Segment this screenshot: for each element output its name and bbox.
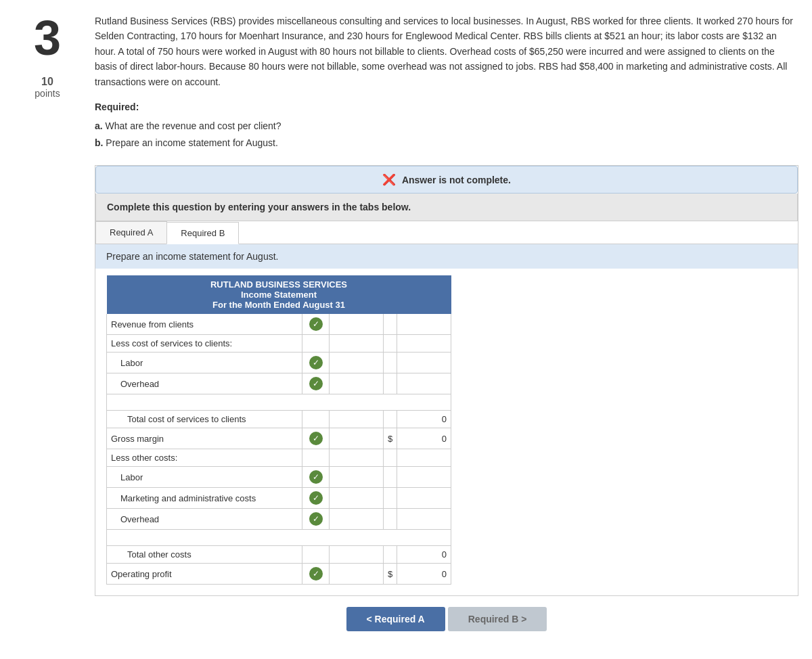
row-check-7 [302, 449, 330, 467]
points-value: 10 [41, 76, 53, 88]
row-dollar-9 [383, 488, 397, 509]
row-mid-12 [330, 546, 384, 564]
required-label: Required: [95, 101, 798, 112]
check-icon-2: ✓ [309, 356, 323, 369]
row-dollar-5 [383, 411, 397, 428]
row-dollar-3 [383, 373, 397, 394]
row-label-12: Total other costs [107, 546, 302, 564]
status-text: Answer is not complete. [402, 175, 511, 185]
row-dollar-8 [383, 467, 397, 488]
answer-status-bar: ❌ Answer is not complete. [95, 166, 798, 194]
tab-required-a[interactable]: Required A [95, 221, 167, 244]
row-mid-0 [330, 314, 384, 335]
row-check-3[interactable]: ✓ [302, 373, 330, 394]
row-label-8: Labor [107, 467, 302, 488]
row-right-5: 0 [397, 411, 451, 428]
row-mid-13 [330, 564, 384, 585]
row-mid-9 [330, 488, 384, 509]
question-number: 3 [34, 14, 61, 62]
row-mid-2 [330, 353, 384, 373]
row-right-2 [397, 353, 451, 373]
row-label-5: Total cost of services to clients [107, 411, 302, 428]
required-item-b: b. Prepare an income statement for Augus… [95, 135, 798, 152]
row-check-6[interactable]: ✓ [302, 428, 330, 449]
row-dollar-0 [383, 314, 397, 335]
row-check-2[interactable]: ✓ [302, 353, 330, 373]
table-title-2: Income Statement [110, 290, 449, 300]
tab-required-b[interactable]: Required B [166, 222, 239, 244]
row-dollar-10 [383, 509, 397, 530]
required-items: a. What are the revenue and cost per cli… [95, 118, 798, 152]
next-button[interactable]: Required B > [448, 607, 547, 631]
row-label-1: Less cost of services to clients: [107, 335, 302, 353]
tab-content: Prepare an income statement for August. … [95, 244, 798, 595]
row-dollar-7 [383, 449, 397, 467]
income-statement-table: RUTLAND BUSINESS SERVICES Income Stateme… [106, 275, 451, 585]
nav-buttons: < Required A Required B > [95, 607, 798, 631]
row-check-5 [302, 411, 330, 428]
problem-text: Rutland Business Services (RBS) provides… [95, 14, 798, 89]
row-dollar-6: $ [383, 428, 397, 449]
row-mid-10 [330, 509, 384, 530]
row-right-7 [397, 449, 451, 467]
row-mid-1 [330, 335, 384, 353]
row-right-10 [397, 509, 451, 530]
answer-container: ❌ Answer is not complete. Complete this … [95, 165, 798, 596]
row-check-0[interactable]: ✓ [302, 314, 330, 335]
instruction-text: Complete this question by entering your … [107, 202, 411, 212]
row-dollar-13: $ [383, 564, 397, 585]
tabs-row: Required A Required B [95, 221, 798, 244]
instruction-bar: Complete this question by entering your … [95, 194, 798, 221]
check-icon-8: ✓ [309, 470, 323, 484]
check-icon-3: ✓ [309, 377, 323, 390]
row-label-0: Revenue from clients [107, 314, 302, 335]
income-statement-container: RUTLAND BUSINESS SERVICES Income Stateme… [95, 269, 798, 595]
row-right-6: 0 [397, 428, 451, 449]
row-check-12 [302, 546, 330, 564]
row-right-12: 0 [397, 546, 451, 564]
check-icon-6: ✓ [309, 432, 323, 445]
row-check-1 [302, 335, 330, 353]
row-label-10: Overhead [107, 509, 302, 530]
row-mid-8 [330, 467, 384, 488]
row-label-13: Operating profit [107, 564, 302, 585]
row-check-9[interactable]: ✓ [302, 488, 330, 509]
row-right-3 [397, 373, 451, 394]
prev-button[interactable]: < Required A [346, 607, 445, 631]
row-label-3: Overhead [107, 373, 302, 394]
row-check-10[interactable]: ✓ [302, 509, 330, 530]
row-check-13[interactable]: ✓ [302, 564, 330, 585]
row-right-13: 0 [397, 564, 451, 585]
points-label: points [35, 88, 60, 99]
check-icon-0: ✓ [309, 317, 323, 331]
row-mid-6 [330, 428, 384, 449]
row-label-7: Less other costs: [107, 449, 302, 467]
row-label-9: Marketing and administrative costs [107, 488, 302, 509]
check-icon-9: ✓ [309, 491, 323, 505]
row-dollar-2 [383, 353, 397, 373]
row-label-2: Labor [107, 353, 302, 373]
check-icon-13: ✓ [309, 567, 323, 581]
row-label-6: Gross margin [107, 428, 302, 449]
required-item-a: a. What are the revenue and cost per cli… [95, 118, 798, 135]
row-mid-7 [330, 449, 384, 467]
row-right-9 [397, 488, 451, 509]
row-right-8 [397, 467, 451, 488]
row-right-1 [397, 335, 451, 353]
tab-description: Prepare an income statement for August. [95, 244, 798, 269]
error-icon: ❌ [382, 174, 396, 185]
row-mid-3 [330, 373, 384, 394]
table-title-1: RUTLAND BUSINESS SERVICES [110, 279, 449, 290]
row-mid-5 [330, 411, 384, 428]
row-dollar-1 [383, 335, 397, 353]
row-right-0 [397, 314, 451, 335]
check-icon-10: ✓ [309, 512, 323, 526]
row-check-8[interactable]: ✓ [302, 467, 330, 488]
row-dollar-12 [383, 546, 397, 564]
table-title-3: For the Month Ended August 31 [110, 300, 449, 310]
